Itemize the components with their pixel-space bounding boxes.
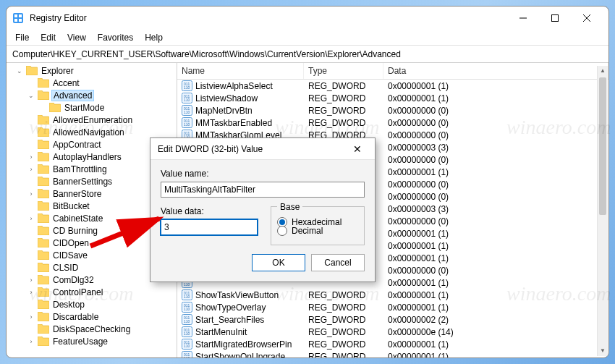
tree-label: BitBucket xyxy=(51,201,91,211)
value-type: REG_DWORD xyxy=(304,93,383,103)
value-row[interactable]: 011110ListviewAlphaSelectREG_DWORD0x0000… xyxy=(177,80,608,92)
value-name: ListviewShadow xyxy=(195,93,258,103)
value-data: 0x00000001 (1) xyxy=(383,352,608,358)
value-name: Start_SearchFiles xyxy=(195,315,264,325)
folder-icon xyxy=(38,275,49,284)
close-button[interactable] xyxy=(571,8,603,28)
tree-label: Advanced xyxy=(51,90,94,101)
scroll-up-icon[interactable]: ▲ xyxy=(598,66,608,76)
tree-label: ControlPanel xyxy=(51,287,104,297)
value-data: 0x00000001 (1) xyxy=(383,339,608,350)
edit-dword-dialog: Edit DWORD (32-bit) Value ✕ Value name: … xyxy=(150,137,376,282)
tree-item-diskspacechecking[interactable]: DiskSpaceChecking xyxy=(7,323,177,335)
chevron-right-icon[interactable]: › xyxy=(27,276,35,284)
folder-icon xyxy=(38,300,49,309)
value-row[interactable]: 011110MapNetDrvBtnREG_DWORD0x00000000 (0… xyxy=(177,104,608,117)
folder-icon xyxy=(38,140,49,149)
tree-label: CD Burning xyxy=(51,226,99,236)
value-data: 0x00000001 (1) xyxy=(383,93,608,103)
menu-file[interactable]: File xyxy=(9,31,35,44)
chevron-down-icon[interactable]: ⌄ xyxy=(27,92,35,99)
value-row[interactable]: 011110StartShownOnUpgradeREG_DWORD0x0000… xyxy=(177,350,608,357)
menu-help[interactable]: Help xyxy=(139,31,169,44)
chevron-right-icon[interactable]: › xyxy=(27,166,35,173)
tree-item-controlpanel[interactable]: ›ControlPanel xyxy=(7,286,177,298)
tree-item-startmode[interactable]: StartMode xyxy=(7,101,177,114)
value-data: 0x00000001 (1) xyxy=(383,229,608,239)
value-row[interactable]: 011110MMTaskbarEnabledREG_DWORD0x0000000… xyxy=(177,117,608,129)
value-data: 0x00000001 (1) xyxy=(383,278,608,288)
value-data: 0x00000000 (0) xyxy=(383,179,608,190)
value-name: StartShownOnUpgrade xyxy=(195,352,285,358)
col-name[interactable]: Name xyxy=(177,63,304,79)
chevron-down-icon[interactable]: ⌄ xyxy=(15,67,24,75)
tree-item-discardable[interactable]: ›Discardable xyxy=(7,310,177,323)
tree-item-allowednavigation[interactable]: AllowedNavigation xyxy=(7,126,177,138)
value-name: StartMigratedBrowserPin xyxy=(195,339,292,350)
tree-label: Desktop xyxy=(51,300,86,310)
radio-decimal[interactable]: Decimal xyxy=(277,226,358,236)
folder-icon xyxy=(38,177,49,186)
value-data: 0x00000001 (1) xyxy=(383,167,608,177)
dialog-close-button[interactable]: ✕ xyxy=(347,143,368,155)
scroll-down-icon[interactable]: ▼ xyxy=(598,346,608,356)
address-bar[interactable]: Computer\HKEY_CURRENT_USER\Software\Micr… xyxy=(7,46,608,63)
tree-item-desktop[interactable]: Desktop xyxy=(7,298,177,310)
value-row[interactable]: 011110StartMigratedBrowserPinREG_DWORD0x… xyxy=(177,338,608,350)
value-row[interactable]: 011110ListviewShadowREG_DWORD0x00000001 … xyxy=(177,92,608,104)
chevron-right-icon[interactable]: › xyxy=(27,289,35,296)
menu-favorites[interactable]: Favorites xyxy=(92,31,139,44)
value-data-input[interactable] xyxy=(161,219,258,235)
tree-item-advanced[interactable]: ⌄Advanced xyxy=(7,89,177,101)
svg-text:110: 110 xyxy=(184,319,190,323)
folder-icon xyxy=(38,238,49,247)
chevron-right-icon[interactable]: › xyxy=(27,338,35,345)
tree-item-accent[interactable]: Accent xyxy=(7,77,177,89)
svg-rect-1 xyxy=(14,14,17,17)
value-name: ShowTaskViewButton xyxy=(195,290,279,300)
folder-icon xyxy=(38,324,49,334)
tree-scrollbar[interactable]: ▲ ▼ xyxy=(597,66,608,356)
tree-label: DiskSpaceChecking xyxy=(51,324,132,334)
folder-icon xyxy=(38,213,49,223)
col-type[interactable]: Type xyxy=(304,63,383,79)
value-name-input[interactable] xyxy=(161,182,365,198)
value-row[interactable]: 011110Start_SearchFilesREG_DWORD0x000000… xyxy=(177,313,608,326)
tree-label: CIDSave xyxy=(51,250,89,261)
value-name: StartMenuInit xyxy=(195,327,247,337)
chevron-right-icon[interactable]: › xyxy=(27,153,35,161)
value-row[interactable]: 011110StartMenuInitREG_DWORD0x0000000e (… xyxy=(177,326,608,338)
value-type: REG_DWORD xyxy=(304,81,383,91)
svg-text:110: 110 xyxy=(184,122,190,127)
tree-label: CIDOpen xyxy=(51,238,90,248)
value-name: MapNetDrvBtn xyxy=(195,106,253,116)
value-row[interactable]: 011110ShowTypeOverlayREG_DWORD0x00000001… xyxy=(177,301,608,313)
svg-text:110: 110 xyxy=(184,85,190,90)
scroll-thumb[interactable] xyxy=(599,77,606,215)
tree-label: CLSID xyxy=(51,263,80,273)
titlebar: Registry Editor xyxy=(7,7,608,30)
value-row[interactable]: 011110ShowTaskViewButtonREG_DWORD0x00000… xyxy=(177,289,608,301)
folder-icon xyxy=(38,312,49,321)
chevron-right-icon[interactable]: › xyxy=(27,215,35,222)
menu-view[interactable]: View xyxy=(62,31,92,44)
tree-item-featureusage[interactable]: ›FeatureUsage xyxy=(7,335,177,347)
maximize-button[interactable] xyxy=(539,8,571,28)
tree-label: FeatureUsage xyxy=(51,337,109,347)
tree-item-explorer[interactable]: ⌄Explorer xyxy=(7,64,177,77)
minimize-button[interactable] xyxy=(507,8,539,28)
chevron-right-icon[interactable]: › xyxy=(27,313,35,321)
chevron-right-icon[interactable]: › xyxy=(27,190,35,198)
svg-text:110: 110 xyxy=(184,110,190,114)
col-data[interactable]: Data xyxy=(383,63,608,79)
tree-item-allowedenumeration[interactable]: AllowedEnumeration xyxy=(7,114,177,126)
tree-label: AppContract xyxy=(51,140,103,150)
value-data: 0x00000003 (3) xyxy=(383,204,608,214)
tree-label: AllowedNavigation xyxy=(51,127,126,137)
menu-edit[interactable]: Edit xyxy=(35,31,62,44)
cancel-button[interactable]: Cancel xyxy=(311,254,365,271)
menubar: FileEditViewFavoritesHelp xyxy=(7,30,608,46)
folder-icon xyxy=(38,189,49,198)
svg-text:110: 110 xyxy=(184,331,190,336)
ok-button[interactable]: OK xyxy=(252,254,305,271)
